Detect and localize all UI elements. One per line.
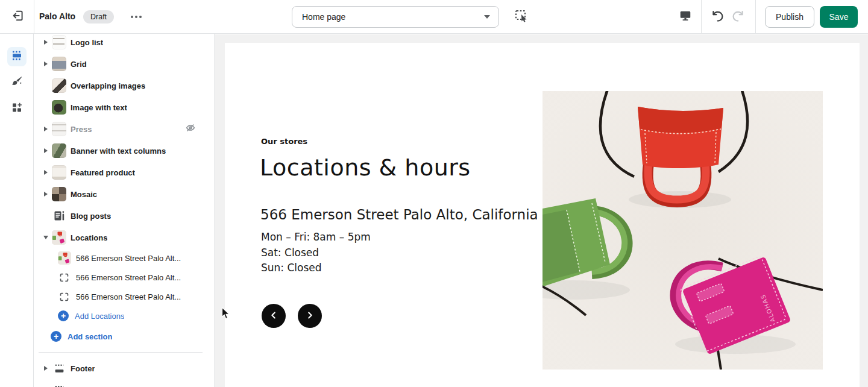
store-address: 566 Emerson Street Palo Alto, California xyxy=(260,207,538,222)
section-row-grid[interactable]: Grid xyxy=(34,53,214,75)
placeholder-frame-icon xyxy=(58,291,70,303)
redo-icon xyxy=(732,8,746,25)
apps-icon xyxy=(10,101,24,116)
section-thumbnail xyxy=(52,35,66,49)
more-actions-button[interactable] xyxy=(127,10,145,24)
storefront-canvas[interactable]: Our stores Locations & hours 566 Emerson… xyxy=(225,43,860,387)
caret-right-icon[interactable] xyxy=(44,170,48,175)
add-section-button[interactable]: + Add section xyxy=(34,326,214,347)
section-row-blog-posts[interactable]: Blog posts xyxy=(34,205,214,227)
block-row-location-1[interactable]: 566 Emerson Street Palo Alt... xyxy=(34,248,214,268)
block-thumbnail xyxy=(58,251,71,265)
redo-button[interactable] xyxy=(731,8,747,25)
plus-circle-icon: + xyxy=(58,310,69,321)
section-label: Featured product xyxy=(71,168,135,177)
placeholder-frame-icon xyxy=(58,271,70,283)
caret-right-icon[interactable] xyxy=(44,40,48,45)
section-thumbnail xyxy=(52,143,66,158)
section-label: Locations xyxy=(71,233,107,242)
section-row-logo-list[interactable]: Logo list xyxy=(34,34,214,53)
desktop-icon xyxy=(679,9,692,25)
add-section-label: Add section xyxy=(68,332,112,341)
chevron-down-icon xyxy=(484,15,490,19)
section-thumbnail xyxy=(52,230,66,245)
section-label: Footer xyxy=(71,364,95,373)
chevron-right-icon xyxy=(306,311,314,321)
caret-right-icon[interactable] xyxy=(44,148,48,153)
section-label: Mosaic xyxy=(71,190,97,199)
store-hours: Mon – Fri: 8am – 5pm Sat: Closed Sun: Cl… xyxy=(261,230,371,276)
section-picker-button[interactable] xyxy=(512,8,531,26)
add-locations-button[interactable]: + Add Locations xyxy=(34,306,214,326)
section-thumbnail xyxy=(52,122,66,136)
preview-area: Our stores Locations & hours 566 Emerson… xyxy=(215,34,868,387)
section-row-press[interactable]: Press xyxy=(34,118,214,140)
caret-right-icon[interactable] xyxy=(44,192,48,197)
popups-icon xyxy=(52,383,66,387)
section-label: Grid xyxy=(71,60,87,69)
section-row-footer[interactable]: Footer xyxy=(34,357,214,379)
block-row-location-3[interactable]: 566 Emerson Street Palo Alt... xyxy=(34,287,214,306)
block-label: 566 Emerson Street Palo Alt... xyxy=(76,292,181,301)
store-hero-image: ALOHAS xyxy=(542,91,823,370)
section-row-overlapping-images[interactable]: Overlapping images xyxy=(34,75,214,96)
section-label: Overlapping images xyxy=(71,81,145,90)
section-thumbnail xyxy=(52,57,66,71)
publish-button[interactable]: Publish xyxy=(765,6,814,28)
rail-app-embeds-button[interactable] xyxy=(7,99,27,118)
topbar-divider xyxy=(755,0,756,34)
rail-sections-button[interactable] xyxy=(7,47,27,66)
topbar-divider xyxy=(701,0,702,34)
section-thumbnail xyxy=(52,78,66,93)
caret-down-icon[interactable] xyxy=(43,236,48,239)
page-selector-dropdown[interactable]: Home page xyxy=(292,6,499,28)
page-selector-value: Home page xyxy=(302,12,345,22)
blog-icon xyxy=(52,209,66,223)
editor-rail xyxy=(0,34,34,387)
caret-right-icon[interactable] xyxy=(44,61,48,66)
block-row-location-2[interactable]: 566 Emerson Street Palo Alt... xyxy=(34,268,214,287)
exit-editor-button[interactable] xyxy=(8,7,28,27)
carousel-prev-button[interactable] xyxy=(262,304,286,328)
undo-button[interactable] xyxy=(708,8,725,25)
device-preview-button[interactable] xyxy=(677,8,694,25)
section-thumbnail xyxy=(52,165,66,180)
section-row-mosaic[interactable]: Mosaic xyxy=(34,183,214,205)
section-label: Banner with text columns xyxy=(71,146,166,156)
save-button[interactable]: Save xyxy=(820,6,858,28)
section-thumbnail xyxy=(52,100,66,115)
caret-right-icon[interactable] xyxy=(44,366,48,371)
locations-heading: Locations & hours xyxy=(260,154,471,181)
section-row-featured-product[interactable]: Featured product xyxy=(34,162,214,183)
more-dots-icon xyxy=(131,16,133,18)
section-label: Logo list xyxy=(71,38,103,47)
section-thumbnail xyxy=(52,187,66,201)
hours-line: Mon – Fri: 8am – 5pm xyxy=(261,230,371,245)
section-row-locations[interactable]: Locations xyxy=(34,227,214,248)
carousel-next-button[interactable] xyxy=(298,304,322,328)
block-label: 566 Emerson Street Palo Alt... xyxy=(76,254,181,263)
selection-tool-icon xyxy=(514,8,529,25)
locations-eyebrow: Our stores xyxy=(261,137,307,146)
block-label: 566 Emerson Street Palo Alt... xyxy=(76,273,181,282)
rail-theme-settings-button[interactable] xyxy=(7,73,27,92)
theme-title: Palo Alto xyxy=(39,11,75,21)
panel-divider xyxy=(39,352,203,353)
section-row-banner-with-text-columns[interactable]: Banner with text columns xyxy=(34,140,214,162)
paintbrush-icon xyxy=(10,75,24,90)
section-row-image-with-text[interactable]: Image with text xyxy=(34,96,214,118)
caret-right-icon[interactable] xyxy=(44,127,48,131)
section-label: Press xyxy=(71,125,92,134)
hours-line: Sun: Closed xyxy=(261,260,371,276)
section-label: Image with text xyxy=(71,103,127,112)
undo-icon xyxy=(709,8,724,25)
section-row-popups[interactable]: Popups xyxy=(34,379,214,387)
hours-line: Sat: Closed xyxy=(261,245,371,261)
sections-panel: Logo list Grid Overlapping images Image … xyxy=(34,34,215,387)
section-label: Blog posts xyxy=(71,212,111,221)
chevron-left-icon xyxy=(269,311,278,321)
eye-off-icon[interactable] xyxy=(185,122,196,136)
footer-icon xyxy=(52,361,66,376)
plus-circle-icon: + xyxy=(51,331,61,342)
topbar-divider xyxy=(34,0,34,34)
